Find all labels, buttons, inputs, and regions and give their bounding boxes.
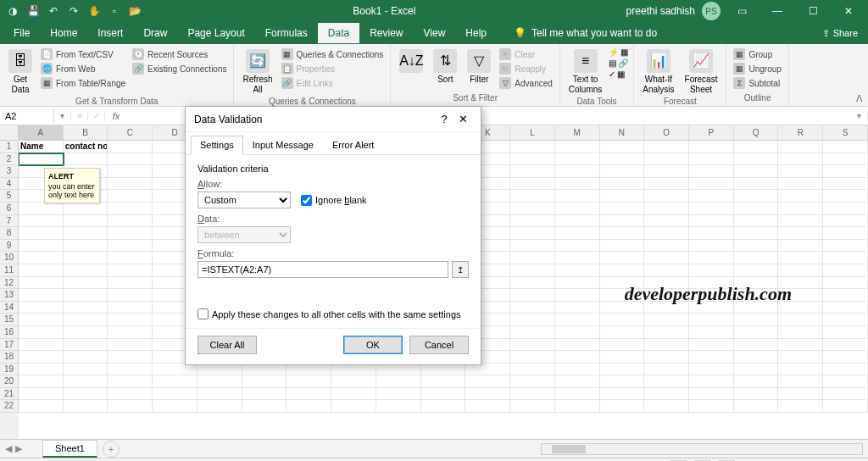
cell-M19[interactable]: [555, 364, 600, 376]
collapse-ribbon-icon[interactable]: ᐱ: [856, 93, 863, 104]
data-model-icon[interactable]: ▦: [617, 69, 625, 79]
cell-B20[interactable]: [64, 375, 108, 388]
cell-Q20[interactable]: [734, 375, 779, 388]
cell-C4[interactable]: [108, 178, 153, 191]
cell-J21[interactable]: [421, 388, 466, 401]
cell-N11[interactable]: [600, 264, 645, 277]
cell-K21[interactable]: [465, 388, 510, 401]
column-header-B[interactable]: B: [64, 125, 108, 141]
cell-N19[interactable]: [600, 364, 645, 376]
cell-B12[interactable]: [64, 277, 108, 290]
cell-M1[interactable]: [555, 141, 600, 153]
dialog-help-icon[interactable]: ?: [435, 113, 453, 125]
cell-L1[interactable]: [510, 141, 555, 153]
formula-input-field[interactable]: [198, 261, 448, 278]
cell-Q7[interactable]: [734, 215, 779, 228]
cell-M21[interactable]: [555, 388, 600, 401]
cell-P4[interactable]: [689, 178, 734, 191]
allow-select[interactable]: Custom: [198, 192, 291, 208]
cell-Q8[interactable]: [734, 227, 779, 240]
cell-C2[interactable]: [108, 153, 153, 166]
cell-B11[interactable]: [64, 264, 108, 277]
cell-S14[interactable]: [823, 302, 868, 314]
cell-L18[interactable]: [510, 351, 555, 364]
cell-A13[interactable]: [19, 289, 64, 302]
cell-P20[interactable]: [689, 375, 734, 388]
cell-O15[interactable]: [644, 314, 689, 326]
cell-K22[interactable]: [465, 400, 510, 413]
cell-C6[interactable]: [108, 203, 153, 215]
cell-A16[interactable]: [19, 326, 64, 339]
cell-S6[interactable]: [823, 203, 868, 215]
cell-M5[interactable]: [555, 190, 600, 203]
cell-M6[interactable]: [555, 203, 600, 215]
cell-C7[interactable]: [108, 215, 153, 228]
fx-icon[interactable]: fx: [105, 111, 127, 121]
cell-R9[interactable]: [778, 240, 823, 253]
cell-F22[interactable]: [242, 400, 287, 413]
cell-A8[interactable]: [19, 227, 64, 240]
cell-D20[interactable]: [153, 375, 198, 388]
row-header-3[interactable]: 3: [0, 165, 19, 178]
cell-K20[interactable]: [465, 375, 510, 388]
cell-A20[interactable]: [19, 375, 64, 388]
redo-icon[interactable]: ↷: [66, 3, 81, 19]
consolidate-icon[interactable]: ▦: [620, 47, 628, 57]
cell-N1[interactable]: [600, 141, 645, 153]
cell-Q21[interactable]: [734, 388, 779, 401]
cell-R18[interactable]: [778, 351, 823, 364]
cell-S22[interactable]: [823, 400, 868, 413]
share-button[interactable]: ⇪ Share: [812, 24, 868, 43]
cell-B17[interactable]: [64, 339, 108, 352]
cell-B13[interactable]: [64, 289, 108, 302]
cell-S2[interactable]: [823, 153, 868, 166]
cell-O20[interactable]: [644, 375, 689, 388]
cell-R15[interactable]: [778, 314, 823, 326]
cell-Q1[interactable]: [734, 141, 779, 153]
recent-sources[interactable]: 🕘Recent Sources: [131, 47, 228, 61]
horizontal-scrollbar[interactable]: [541, 443, 863, 455]
cell-C15[interactable]: [108, 314, 153, 326]
cell-H21[interactable]: [331, 388, 376, 401]
cell-C18[interactable]: [108, 351, 153, 364]
cell-M9[interactable]: [555, 240, 600, 253]
cell-P10[interactable]: [689, 252, 734, 264]
user-name[interactable]: preethi sadhish: [626, 5, 695, 17]
cell-M8[interactable]: [555, 227, 600, 240]
cell-A21[interactable]: [19, 388, 64, 401]
column-header-C[interactable]: C: [108, 125, 153, 141]
cell-S9[interactable]: [823, 240, 868, 253]
cell-E21[interactable]: [198, 388, 242, 401]
dialog-close-icon[interactable]: ✕: [453, 113, 472, 125]
cell-C20[interactable]: [108, 375, 153, 388]
cell-G20[interactable]: [287, 375, 331, 388]
cell-R5[interactable]: [778, 190, 823, 203]
row-header-16[interactable]: 16: [0, 326, 19, 339]
row-header-2[interactable]: 2: [0, 153, 19, 166]
from-web[interactable]: 🌐From Web: [39, 62, 127, 75]
cell-P8[interactable]: [689, 227, 734, 240]
cell-O3[interactable]: [644, 165, 689, 178]
cell-R8[interactable]: [778, 227, 823, 240]
remove-dup-icon[interactable]: ▤: [609, 58, 616, 68]
refresh-all-button[interactable]: 🔄 Refresh All: [239, 47, 275, 97]
cell-D22[interactable]: [153, 400, 198, 413]
queries-connections[interactable]: ▦Queries & Connections: [280, 47, 386, 61]
cell-L6[interactable]: [510, 203, 555, 215]
relationships-icon[interactable]: 🔗: [618, 58, 628, 68]
cell-A2[interactable]: [19, 153, 64, 166]
cell-B21[interactable]: [64, 388, 108, 401]
sort-button[interactable]: ⇅Sort: [430, 47, 460, 86]
close-icon[interactable]: ✕: [834, 0, 863, 22]
tell-me-search[interactable]: 💡 Tell me what you want to do: [514, 27, 657, 39]
row-header-11[interactable]: 11: [0, 264, 19, 277]
apply-changes-checkbox[interactable]: Apply these changes to all other cells w…: [198, 308, 469, 319]
new-sheet-button[interactable]: +: [103, 441, 120, 458]
cell-Q19[interactable]: [734, 364, 779, 376]
cell-R1[interactable]: [778, 141, 823, 153]
cell-P7[interactable]: [689, 215, 734, 228]
cancel-button[interactable]: Cancel: [409, 336, 469, 354]
cell-N20[interactable]: [600, 375, 645, 388]
cell-C19[interactable]: [108, 364, 153, 376]
cell-Q15[interactable]: [734, 314, 779, 326]
